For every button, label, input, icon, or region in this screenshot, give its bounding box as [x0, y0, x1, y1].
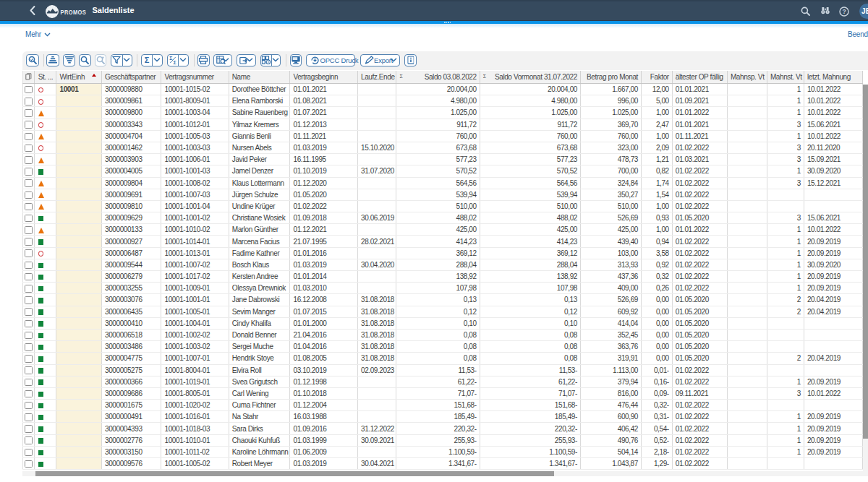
svg-text:Σ: Σ: [145, 56, 150, 64]
svg-text:?: ?: [842, 8, 846, 15]
svg-text:Σ: Σ: [173, 60, 176, 64]
svg-text:Σ: Σ: [169, 56, 172, 61]
